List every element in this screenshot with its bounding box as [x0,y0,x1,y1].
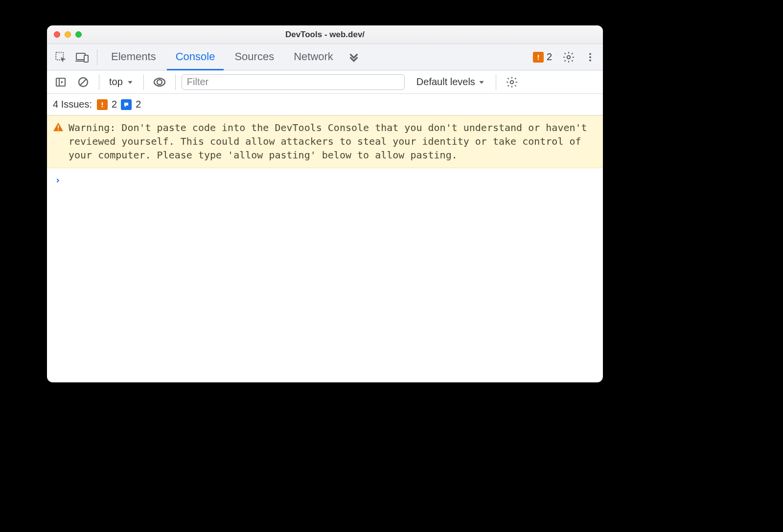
dropdown-triangle-icon [127,79,134,86]
tab-elements[interactable]: Elements [102,44,165,70]
clear-console-icon[interactable] [73,72,93,92]
console-prompt[interactable]: › [47,168,603,192]
kebab-menu-icon[interactable] [580,47,600,67]
separator [496,74,496,90]
warning-icon [97,99,108,110]
svg-rect-18 [124,102,128,105]
svg-rect-17 [102,106,103,107]
dropdown-triangle-icon [478,79,485,86]
separator [175,74,176,90]
window-title: DevTools - web.dev/ [47,30,603,40]
console-toolbar: top Default levels [47,70,603,94]
issues-badges: 2 2 [97,99,141,110]
tab-sources[interactable]: Sources [226,44,283,70]
console-settings-icon[interactable] [502,72,522,92]
prompt-chevron-icon: › [55,174,61,186]
console-warning-message: Warning: Don't paste code into the DevTo… [47,115,603,168]
settings-icon[interactable] [559,47,578,67]
issues-label: 4 Issues: [53,99,92,110]
log-levels-selector[interactable]: Default levels [408,76,490,88]
separator [99,74,99,90]
svg-point-15 [510,80,514,84]
tab-network[interactable]: Network [285,44,342,70]
error-count-badge[interactable]: 2 [533,51,552,63]
svg-point-9 [589,59,591,61]
svg-rect-10 [56,78,65,86]
separator [143,74,144,90]
toggle-sidebar-icon[interactable] [51,72,70,92]
svg-rect-20 [58,130,59,131]
svg-rect-16 [102,102,103,105]
filter-field[interactable] [182,74,405,90]
warning-icon [533,52,544,63]
window-close-button[interactable] [54,31,60,38]
inspect-element-icon[interactable] [51,47,70,67]
svg-point-6 [567,55,571,59]
issues-warn-count: 2 [112,99,117,110]
svg-rect-5 [538,58,539,59]
panel-tabstrip: Elements Console Sources Network 2 [47,44,603,70]
traffic-lights [54,31,82,38]
error-count-number: 2 [547,51,552,63]
svg-rect-3 [84,55,88,62]
svg-rect-19 [58,125,59,128]
filter-input[interactable] [182,74,405,90]
levels-label: Default levels [416,76,475,88]
live-expression-icon[interactable] [150,72,169,92]
devtools-window: DevTools - web.dev/ Elements Console Sou… [47,25,603,382]
svg-point-7 [589,53,591,55]
svg-rect-4 [538,55,539,58]
svg-line-13 [80,79,86,85]
issues-bar[interactable]: 4 Issues: 2 2 [47,94,603,115]
warning-text: Warning: Don't paste code into the DevTo… [69,121,595,162]
warning-triangle-icon [53,122,64,162]
tab-console[interactable]: Console [167,44,224,70]
separator [97,49,97,65]
window-zoom-button[interactable] [75,31,82,38]
issues-info-count: 2 [136,99,141,110]
info-icon [121,99,132,110]
svg-point-14 [157,80,162,85]
svg-point-8 [589,56,591,58]
window-titlebar: DevTools - web.dev/ [47,25,603,44]
device-toolbar-icon[interactable] [72,47,92,67]
context-label: top [109,76,123,88]
more-tabs-icon[interactable] [344,47,364,67]
context-selector[interactable]: top [105,76,138,88]
window-minimize-button[interactable] [65,31,71,38]
